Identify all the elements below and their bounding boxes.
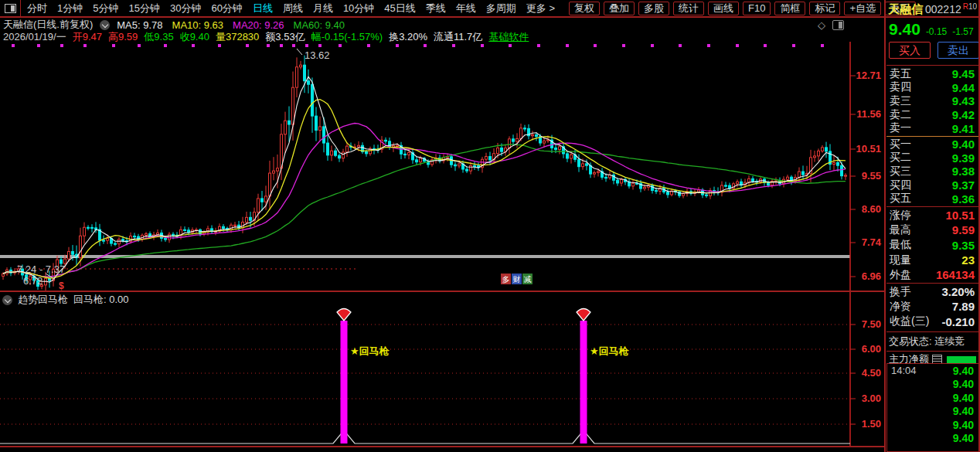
candle-body bbox=[168, 234, 171, 240]
candle-body bbox=[578, 159, 580, 166]
toolbar-action-button[interactable]: 统计 bbox=[673, 2, 704, 15]
period-tab[interactable]: 日线 bbox=[253, 2, 273, 15]
bid-row[interactable]: 买四9.37 bbox=[886, 178, 980, 192]
candle-body bbox=[698, 190, 700, 192]
candle-body bbox=[814, 156, 816, 158]
ask-row[interactable]: 卖一9.41 bbox=[886, 121, 980, 135]
indicator-line bbox=[0, 430, 850, 444]
indicator-axis-label: 3.00 bbox=[862, 393, 881, 404]
stat-row[interactable]: 现量23 bbox=[886, 253, 980, 267]
ask-row-label: 卖二 bbox=[890, 108, 911, 122]
signal-dot bbox=[83, 44, 87, 47]
period-tab[interactable]: 15分钟 bbox=[128, 2, 159, 15]
period-tab[interactable]: 45日线 bbox=[384, 2, 415, 15]
period-tab[interactable]: 分时 bbox=[27, 2, 47, 15]
diamond-marker-icon[interactable]: ◇ bbox=[818, 19, 825, 31]
range-label: 7.24 - 7.37 bbox=[17, 263, 65, 275]
period-tab[interactable]: 月线 bbox=[313, 2, 333, 15]
period-tab[interactable]: 年线 bbox=[456, 2, 476, 15]
price-axis-label: 12.71 bbox=[856, 70, 881, 81]
candle-body bbox=[408, 153, 410, 155]
panel-divider bbox=[886, 351, 979, 352]
period-tab[interactable]: 更多 > bbox=[526, 2, 555, 15]
stat-row[interactable]: 最低9.35 bbox=[886, 238, 980, 253]
bid-row[interactable]: 买三9.38 bbox=[886, 165, 980, 178]
toolbar-action-button[interactable]: F10 bbox=[743, 2, 771, 15]
candle-body bbox=[725, 185, 727, 186]
sell-button[interactable]: 卖出 bbox=[937, 42, 979, 59]
candle-body bbox=[103, 240, 105, 241]
bid-row[interactable]: 买五9.36 bbox=[886, 192, 980, 206]
toolbar-action-button[interactable]: 画线 bbox=[708, 2, 739, 15]
tick-row: 9.40 bbox=[887, 391, 978, 405]
candle-body bbox=[335, 151, 337, 155]
signal-dot bbox=[537, 44, 540, 47]
toolbar-action-button[interactable]: 简框 bbox=[774, 2, 805, 15]
bid-row-value: 9.39 bbox=[952, 151, 975, 165]
toolbar-action-button[interactable]: +自选 bbox=[844, 2, 881, 15]
candle-body bbox=[2, 274, 5, 276]
split-panel-icon[interactable] bbox=[832, 20, 844, 30]
candle-body bbox=[145, 234, 148, 236]
bid-row[interactable]: 买二9.39 bbox=[886, 151, 980, 165]
candle-body bbox=[261, 199, 264, 202]
stock-name[interactable]: 天融信 bbox=[888, 2, 923, 15]
trade-status: 交易状态: 连续竞 bbox=[889, 335, 980, 348]
period-tab[interactable]: 1分钟 bbox=[57, 2, 83, 15]
stock-code: 002212 bbox=[925, 3, 961, 15]
ask-row[interactable]: 卖五9.45 bbox=[886, 67, 980, 81]
price-change: -0.15 bbox=[926, 26, 947, 37]
candlestick-chart[interactable]: 12.7111.5610.519.558.607.746.967.506.004… bbox=[0, 42, 885, 452]
period-tab[interactable]: 季线 bbox=[426, 2, 446, 15]
indicator-chevron-icon[interactable] bbox=[2, 295, 12, 305]
panel-left-border bbox=[884, 0, 886, 452]
chevron-down-icon[interactable] bbox=[100, 20, 110, 30]
ask-row-value: 9.41 bbox=[952, 122, 975, 135]
candle-body bbox=[617, 180, 619, 183]
stat-row[interactable]: 外盘164134 bbox=[886, 267, 980, 282]
tick-list[interactable]: 14:049.409.409.409.409.409.40 bbox=[886, 363, 979, 452]
stat-row[interactable]: 收益(三)-0.210 bbox=[886, 314, 980, 329]
ma-value: MA5: 9.78 bbox=[117, 19, 162, 31]
candle-body bbox=[420, 158, 422, 162]
candle-body bbox=[582, 164, 584, 167]
bid-levels: 买一9.40买二9.39买三9.38买四9.37买五9.36 bbox=[886, 138, 980, 206]
stat-row[interactable]: 最高9.59 bbox=[886, 223, 980, 237]
ask-row[interactable]: 卖四9.44 bbox=[886, 81, 980, 95]
candle-body bbox=[632, 183, 635, 186]
period-tab[interactable]: 60分钟 bbox=[211, 2, 242, 15]
peak-arrow bbox=[297, 49, 302, 55]
period-tab[interactable]: 多周期 bbox=[486, 2, 516, 15]
tick-row: 9.40 bbox=[887, 418, 978, 432]
period-tab[interactable]: 10分钟 bbox=[343, 2, 374, 15]
stat-row[interactable]: 换手3.20% bbox=[886, 284, 980, 299]
period-tab[interactable]: 30分钟 bbox=[170, 2, 201, 15]
candle-body bbox=[737, 182, 739, 184]
candle-body bbox=[837, 162, 839, 165]
stats-block: 换手3.20%净资7.89收益(三)-0.210 bbox=[886, 284, 980, 329]
panel-divider bbox=[886, 65, 979, 66]
ask-row[interactable]: 卖二9.42 bbox=[886, 108, 980, 122]
toolbar-action-button[interactable]: 标记 bbox=[809, 2, 840, 15]
candle-body bbox=[257, 199, 260, 212]
candle-body bbox=[667, 192, 669, 195]
toolbar-action-button[interactable]: 叠加 bbox=[604, 2, 635, 15]
candle-body bbox=[68, 252, 70, 260]
toolbar-action-button[interactable]: 复权 bbox=[569, 2, 600, 15]
toolbar-action-button[interactable]: 多股 bbox=[638, 2, 669, 15]
trading-app-window: { "toolbar": { "periods": ["分时","1分钟","5… bbox=[0, 0, 980, 452]
signal-dot bbox=[218, 44, 221, 47]
window-layout-icon[interactable] bbox=[5, 4, 16, 13]
candle-body bbox=[748, 178, 750, 182]
period-tab[interactable]: 周线 bbox=[283, 2, 303, 15]
tick-row: 9.40 bbox=[887, 405, 978, 419]
bid-row[interactable]: 买一9.40 bbox=[886, 138, 980, 151]
signal-dot bbox=[164, 44, 167, 47]
period-tab[interactable]: 5分钟 bbox=[93, 2, 118, 15]
candle-body bbox=[265, 196, 267, 202]
stat-row[interactable]: 净资7.89 bbox=[886, 299, 980, 314]
stat-row[interactable]: 涨停10.51 bbox=[886, 208, 980, 223]
buy-button[interactable]: 买入 bbox=[889, 42, 931, 59]
candle-body bbox=[652, 185, 654, 191]
ask-row[interactable]: 卖三9.43 bbox=[886, 94, 980, 108]
